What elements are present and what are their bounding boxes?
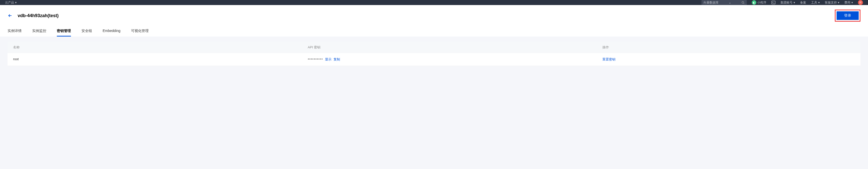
cost-label: 费用 (844, 0, 850, 5)
chevron-down-icon: ▾ (838, 1, 839, 4)
shortcut-icon: ⌄ (728, 1, 731, 4)
tab-instance-detail[interactable]: 实例详情 (7, 26, 22, 36)
copy-key-link[interactable]: 复制 (334, 57, 340, 62)
show-key-link[interactable]: 显示 (325, 57, 332, 62)
reset-key-link[interactable]: 重置密钥 (602, 57, 616, 61)
back-button[interactable] (7, 13, 12, 18)
table-header: 名称 API 密钥 操作 (7, 41, 861, 53)
col-header-name: 名称 (13, 45, 308, 50)
cost-menu[interactable]: 费用 ▾ (844, 0, 853, 5)
table-row: root ********** 显示 复制 重置密钥 (7, 53, 861, 66)
masked-key: ********** (308, 58, 323, 61)
top-nav-right: 向量数据库 ⌄ ◐ 小程序 集团账号 ▾ 备案 工具 ▾ 客服支持 ▾ 费用 ▾ (702, 0, 863, 5)
tools-label: 工具 (811, 0, 817, 5)
miniprogram-icon: ◐ (752, 0, 756, 5)
title-left: vdb-44h93zah(test) (7, 13, 59, 19)
tab-security-group[interactable]: 安全组 (82, 26, 92, 36)
cloud-products-menu[interactable]: 云产品 ▾ (5, 0, 17, 5)
tools-menu[interactable]: 工具 ▾ (811, 0, 820, 5)
backup-link[interactable]: 备案 (800, 0, 806, 5)
tab-embedding[interactable]: Embedding (103, 26, 121, 36)
group-account-label: 集团账号 (780, 0, 793, 5)
user-avatar[interactable]: 对 (858, 0, 863, 5)
chevron-down-icon: ▾ (851, 1, 853, 4)
group-account-menu[interactable]: 集团账号 ▾ (780, 0, 795, 5)
cell-name: root (13, 57, 308, 62)
search-icon[interactable] (741, 1, 745, 4)
cell-apikey: ********** 显示 复制 (308, 57, 602, 62)
miniprogram-label: 小程序 (757, 0, 766, 5)
tab-visual-management[interactable]: 可视化管理 (131, 26, 149, 36)
svg-line-1 (744, 3, 744, 4)
tabs: 实例详情 实例监控 密钥管理 安全组 Embedding 可视化管理 (7, 26, 861, 36)
chevron-down-icon: ▾ (794, 1, 795, 4)
tab-key-management[interactable]: 密钥管理 (57, 26, 71, 36)
support-label: 客服支持 (825, 0, 837, 5)
page-header: vdb-44h93zah(test) 登录 实例详情 实例监控 密钥管理 安全组… (0, 5, 868, 36)
login-button[interactable]: 登录 (837, 11, 859, 20)
cell-operation: 重置密钥 (602, 57, 855, 62)
svg-rect-2 (772, 1, 775, 4)
chevron-down-icon: ▾ (818, 1, 820, 4)
search-placeholder: 向量数据库 (704, 0, 719, 5)
key-table: 名称 API 密钥 操作 root ********** 显示 复制 重置密钥 (7, 41, 861, 66)
cloud-shell-icon[interactable] (771, 1, 775, 4)
content-area: 名称 API 密钥 操作 root ********** 显示 复制 重置密钥 (0, 36, 868, 71)
chevron-down-icon: ▾ (15, 1, 17, 4)
search-box[interactable]: 向量数据库 ⌄ (702, 0, 747, 5)
col-header-operation: 操作 (602, 45, 855, 50)
svg-point-0 (742, 1, 744, 3)
top-nav-left: 云产品 ▾ (5, 0, 17, 5)
support-menu[interactable]: 客服支持 ▾ (825, 0, 839, 5)
col-header-apikey: API 密钥 (308, 45, 602, 50)
login-highlight: 登录 (835, 9, 861, 22)
tab-instance-monitor[interactable]: 实例监控 (32, 26, 46, 36)
miniprogram-menu[interactable]: ◐ 小程序 (752, 0, 766, 5)
title-row: vdb-44h93zah(test) 登录 (7, 9, 861, 26)
page-title: vdb-44h93zah(test) (18, 13, 59, 19)
top-navigation: 云产品 ▾ 向量数据库 ⌄ ◐ 小程序 集团账号 ▾ 备案 工具 ▾ 客服支持 (0, 0, 868, 5)
cloud-products-label: 云产品 (5, 0, 14, 5)
